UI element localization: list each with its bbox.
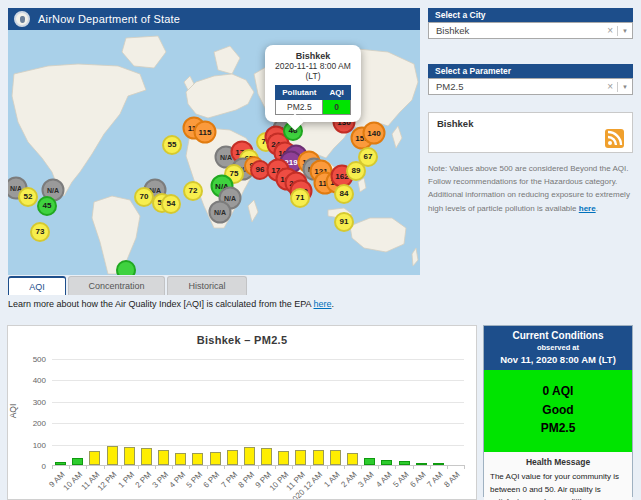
- map-marker[interactable]: 72: [183, 181, 203, 201]
- chart-bar[interactable]: [330, 450, 341, 465]
- city-chevron-down-icon[interactable]: ▼: [622, 28, 628, 34]
- chart-bar[interactable]: [210, 452, 221, 465]
- state-department-seal-icon: [14, 11, 30, 27]
- map-marker[interactable]: [116, 260, 136, 275]
- parameter-chevron-down-icon[interactable]: ▼: [622, 84, 628, 90]
- city-select-value: Bishkek: [436, 25, 469, 36]
- chart-bar[interactable]: [261, 448, 272, 465]
- current-conditions-header: Current Conditions observed at Nov 11, 2…: [484, 326, 632, 370]
- popup-city: Bishkek: [270, 51, 356, 61]
- map-marker[interactable]: 71: [290, 188, 310, 208]
- chart-y-tick: 200: [10, 419, 46, 428]
- chart-gridline: [52, 380, 464, 381]
- map-marker[interactable]: 91: [334, 212, 354, 232]
- chart-bar[interactable]: [313, 450, 324, 465]
- chart-y-tick: 500: [10, 355, 46, 364]
- chart-y-tick: 400: [10, 376, 46, 385]
- chart-gridline: [52, 359, 464, 360]
- aqi-category: Good: [484, 401, 632, 420]
- popup-aqi-value: 0: [323, 100, 350, 115]
- parameter-clear-icon[interactable]: ×: [607, 81, 613, 92]
- chart-bar[interactable]: [72, 458, 83, 465]
- select-divider: [617, 82, 618, 92]
- chart-bar[interactable]: [278, 451, 289, 465]
- city-select[interactable]: Bishkek × ▼: [428, 22, 633, 39]
- chart-bar-slot: [361, 458, 378, 465]
- health-message-block: Health Message The AQI value for your co…: [484, 452, 632, 500]
- chart-title: Bishkek – PM2.5: [8, 334, 476, 346]
- app-header: AirNow Department of State: [8, 8, 420, 30]
- chart-bar-slot: [258, 448, 275, 465]
- chart-plot-area: 9 AM10 AM11 AM12 PM1 PM2 PM3 PM4 PM5 PM6…: [52, 359, 464, 466]
- chart-bars: [52, 359, 464, 465]
- chart-bar-slot: [172, 453, 189, 465]
- chart-bar[interactable]: [175, 453, 186, 465]
- rss-icon[interactable]: [605, 129, 624, 148]
- chart-y-tick: 100: [10, 441, 46, 450]
- chart-tabs: AQIConcentrationHistorical: [8, 276, 247, 295]
- chart-bar-slot: [310, 450, 327, 465]
- map-marker[interactable]: 73: [30, 222, 50, 242]
- map-marker[interactable]: 54: [161, 194, 181, 214]
- chart-bar[interactable]: [227, 450, 238, 465]
- chart-bar-slot: [224, 450, 241, 465]
- chart-bar-slot: [327, 450, 344, 465]
- aqi-value: 0 AQI: [484, 382, 632, 401]
- chart-bar[interactable]: [295, 450, 306, 465]
- chart-bar-slot: [344, 453, 361, 465]
- chart-bar[interactable]: [107, 446, 118, 465]
- map-marker[interactable]: 70: [134, 187, 154, 207]
- chart-bar-slot: [121, 447, 138, 465]
- rss-feed-box: Bishkek: [428, 112, 633, 153]
- aqi-chart-panel: Bishkek – PM2.5 AQI 0100200300400500 9 A…: [7, 325, 477, 500]
- chart-bar-slot: [275, 451, 292, 465]
- note-here-link[interactable]: here: [579, 204, 596, 213]
- map-marker[interactable]: 115: [194, 121, 217, 144]
- map-marker[interactable]: 52: [18, 187, 38, 207]
- chart-bar[interactable]: [347, 453, 358, 465]
- chart-bar-slot: [241, 447, 258, 465]
- chart-y-tick: 0: [10, 462, 46, 471]
- chart-bar[interactable]: [364, 458, 375, 465]
- parameter-select[interactable]: PM2.5 × ▼: [428, 78, 633, 95]
- chart-bar[interactable]: [192, 453, 203, 465]
- rss-feed-city: Bishkek: [429, 113, 632, 129]
- map-marker[interactable]: N/A: [209, 201, 232, 224]
- app-title: AirNow Department of State: [38, 13, 180, 25]
- popup-aqi-table: Pollutant AQI PM2.5 0: [275, 85, 350, 115]
- epa-link[interactable]: here: [314, 299, 332, 309]
- map-marker[interactable]: 55: [162, 135, 182, 155]
- chart-bar-slot: [104, 446, 121, 465]
- chart-bar-slot: [86, 451, 103, 465]
- chart-bar[interactable]: [89, 451, 100, 465]
- chart-y-tick: 300: [10, 398, 46, 407]
- learn-more-after: .: [332, 299, 335, 309]
- tab-aqi[interactable]: AQI: [8, 276, 66, 295]
- chart-bar-slot: [69, 458, 86, 465]
- world-aqi-map[interactable]: N/A52N/A457355111115N/A1757865N/A969675N…: [8, 30, 420, 275]
- city-clear-icon[interactable]: ×: [607, 25, 613, 36]
- chart-bar[interactable]: [244, 447, 255, 465]
- popup-datetime: 2020-11-11 8:00 AM: [270, 61, 356, 71]
- map-marker[interactable]: 84: [334, 184, 354, 204]
- select-divider: [617, 26, 618, 36]
- popup-pollutant-header: Pollutant: [276, 86, 323, 100]
- map-marker[interactable]: 89: [346, 161, 366, 181]
- chart-bar[interactable]: [158, 450, 169, 465]
- chart-bar-slot: [189, 453, 206, 465]
- tab-historical[interactable]: Historical: [167, 276, 247, 295]
- parameter-select-value: PM2.5: [436, 81, 463, 92]
- map-marker[interactable]: 140: [363, 122, 386, 145]
- chart-bar[interactable]: [124, 447, 135, 465]
- chart-bar-slot: [207, 452, 224, 465]
- aqi-pollutant: PM2.5: [484, 419, 632, 438]
- map-marker[interactable]: 45: [37, 196, 57, 216]
- chart-gridline: [52, 423, 464, 424]
- tab-concentration[interactable]: Concentration: [68, 276, 165, 295]
- note-after: .: [596, 204, 598, 213]
- popup-aqi-header: AQI: [323, 86, 350, 100]
- chart-bar[interactable]: [141, 448, 152, 465]
- chart-bar-slot: [155, 450, 172, 465]
- observed-at-label: observed at: [486, 343, 630, 352]
- select-city-header: Select a City: [428, 8, 633, 22]
